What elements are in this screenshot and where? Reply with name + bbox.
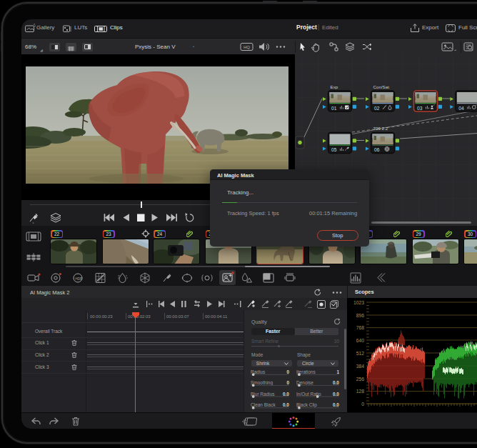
svg-text:HDR: HDR xyxy=(76,277,83,281)
svg-text:0: 0 xyxy=(286,380,289,385)
svg-text:256: 256 xyxy=(356,377,365,382)
svg-text:0.0: 0.0 xyxy=(333,392,339,397)
svg-text:06: 06 xyxy=(374,147,380,152)
svg-text:0: 0 xyxy=(286,369,289,374)
svg-text:128: 128 xyxy=(356,389,365,394)
svg-text:709 2.2: 709 2.2 xyxy=(373,126,388,131)
svg-text:512: 512 xyxy=(356,351,365,356)
svg-text:05: 05 xyxy=(331,147,337,152)
svg-text:0: 0 xyxy=(361,402,364,407)
svg-text:0.0: 0.0 xyxy=(333,380,339,385)
svg-text:0.0: 0.0 xyxy=(333,402,339,407)
svg-text:Clean Black: Clean Black xyxy=(251,402,276,407)
svg-text:0.0: 0.0 xyxy=(283,402,289,407)
svg-text:01: 01 xyxy=(331,106,337,111)
svg-text:04: 04 xyxy=(458,106,464,111)
svg-text:384: 384 xyxy=(356,364,365,369)
svg-text:1023: 1023 xyxy=(353,300,364,305)
svg-text:0.0: 0.0 xyxy=(283,392,289,397)
svg-text:Con/Sat: Con/Sat xyxy=(373,84,390,89)
svg-text:02: 02 xyxy=(374,106,380,111)
svg-text:1: 1 xyxy=(336,369,339,374)
svg-text:768: 768 xyxy=(356,325,365,330)
svg-text:896: 896 xyxy=(356,313,365,318)
svg-text:HQ: HQ xyxy=(243,45,250,49)
svg-text:03: 03 xyxy=(417,106,423,111)
svg-text:Exp: Exp xyxy=(331,84,338,89)
svg-text:640: 640 xyxy=(356,338,365,343)
